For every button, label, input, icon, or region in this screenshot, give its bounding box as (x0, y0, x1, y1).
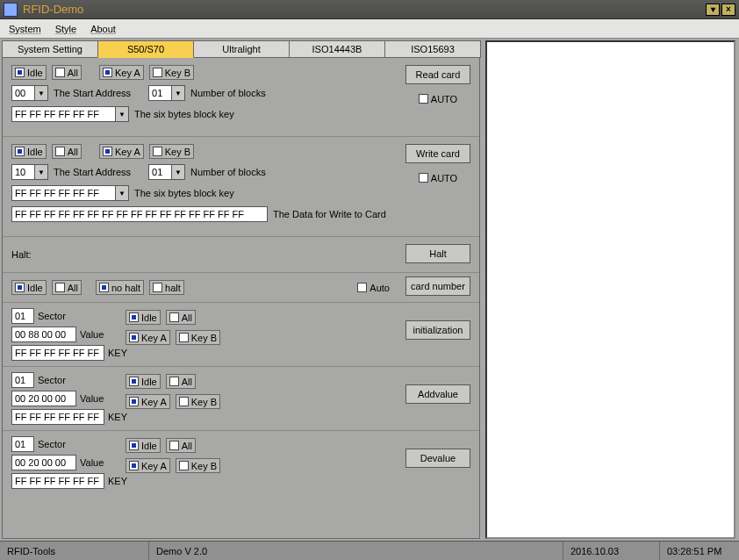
menu-about[interactable]: About (90, 24, 116, 34)
write-key-dropdown[interactable]: ▼ (11, 185, 129, 201)
addvalue-section: Sector Value KEY Idle All Key A Key B Ad… (3, 367, 479, 431)
status-version: Demo V 2.0 (149, 542, 563, 560)
init-section: Sector Value KEY Idle All Key A Key B in… (3, 303, 479, 367)
label-key: KEY (108, 412, 127, 422)
status-date: 2016.10.03 (563, 542, 660, 560)
tab-s50-s70[interactable]: S50/S70 (97, 40, 194, 58)
close-button[interactable]: × (721, 4, 735, 16)
read-radio-idle[interactable]: Idle (11, 65, 47, 80)
read-numblocks[interactable] (148, 85, 171, 101)
read-check-all[interactable]: All (52, 65, 82, 80)
dev-check-keyb[interactable]: Key B (176, 458, 220, 473)
read-numblocks-dropdown[interactable]: ▼ (148, 85, 185, 101)
init-check-all[interactable]: All (166, 310, 196, 325)
read-start-address[interactable] (11, 85, 34, 101)
addv-radio-idle[interactable]: Idle (126, 374, 161, 389)
write-radio-idle[interactable]: Idle (11, 144, 47, 159)
init-key[interactable] (11, 345, 104, 361)
minimize-button[interactable]: ▾ (706, 4, 720, 16)
init-radio-idle[interactable]: Idle (126, 310, 161, 325)
dev-sector[interactable] (11, 436, 34, 452)
devalue-section: Sector Value KEY Idle All Key A Key B De… (3, 431, 479, 494)
addv-sector[interactable] (11, 372, 34, 388)
init-sector[interactable] (11, 308, 34, 324)
cn-radio-idle[interactable]: Idle (11, 280, 47, 295)
read-key-dropdown[interactable]: ▼ (11, 106, 129, 122)
read-auto-check[interactable]: AUTO (417, 91, 459, 106)
label-sector: Sector (38, 439, 66, 449)
write-check-all[interactable]: All (52, 144, 82, 159)
init-check-keyb[interactable]: Key B (176, 330, 220, 345)
read-card-button[interactable]: Read card (405, 65, 470, 84)
dev-value[interactable] (11, 455, 76, 470)
addv-check-all[interactable]: All (166, 374, 196, 389)
dev-radio-keya[interactable]: Key A (126, 458, 170, 473)
label-num-blocks: Number of blocks (190, 167, 266, 177)
cn-auto-check[interactable]: Auto (355, 280, 391, 295)
read-key[interactable] (11, 106, 115, 122)
dropdown-icon[interactable]: ▼ (115, 185, 129, 201)
label-six-bytes: The six bytes block key (134, 109, 234, 119)
cn-check-halt[interactable]: halt (149, 280, 184, 295)
tab-system-setting[interactable]: System Setting (2, 40, 98, 58)
dev-radio-idle[interactable]: Idle (126, 438, 161, 453)
write-start-address-dropdown[interactable]: ▼ (11, 164, 48, 180)
label-value: Value (80, 457, 104, 468)
titlebar: RFID-Demo ▾ × (0, 0, 739, 19)
halt-section: Halt: Halt (3, 237, 479, 273)
read-section: Idle All Key A Key B ▼ The Start Address… (3, 58, 479, 137)
devalue-button[interactable]: Devalue (405, 449, 470, 468)
write-key[interactable] (11, 185, 115, 201)
dev-key[interactable] (11, 473, 104, 489)
init-radio-keya[interactable]: Key A (126, 330, 170, 345)
write-section: Idle All Key A Key B ▼ The Start Address… (3, 137, 479, 237)
label-halt: Halt: (11, 249, 32, 260)
cn-radio-nohalt[interactable]: no halt (96, 280, 144, 295)
dropdown-icon[interactable]: ▼ (34, 164, 48, 180)
tab-iso15693[interactable]: ISO15693 (384, 40, 481, 58)
addv-key[interactable] (11, 409, 104, 425)
label-sector: Sector (38, 311, 66, 321)
status-tool: RFID-Tools (0, 542, 149, 560)
label-start-address: The Start Address (54, 167, 131, 177)
initialization-button[interactable]: initialization (405, 320, 470, 340)
init-value[interactable] (11, 327, 76, 342)
label-six-bytes: The six bytes block key (134, 188, 234, 198)
write-auto-check[interactable]: AUTO (417, 170, 459, 185)
write-numblocks[interactable] (148, 164, 171, 180)
addv-radio-keya[interactable]: Key A (126, 394, 170, 409)
label-value: Value (80, 393, 104, 404)
card-number-button[interactable]: card number (405, 276, 470, 296)
read-start-address-dropdown[interactable]: ▼ (11, 85, 48, 101)
menu-system[interactable]: System (9, 24, 41, 34)
write-radio-keya[interactable]: Key A (99, 144, 144, 159)
label-write-data: The Data for Write to Card (273, 209, 386, 219)
write-numblocks-dropdown[interactable]: ▼ (148, 164, 185, 180)
write-start-address[interactable] (11, 164, 34, 180)
write-card-button[interactable]: Write card (405, 144, 470, 163)
dropdown-icon[interactable]: ▼ (115, 106, 129, 122)
read-check-keyb[interactable]: Key B (149, 65, 194, 80)
tab-iso14443b[interactable]: ISO14443B (289, 40, 385, 58)
dev-check-all[interactable]: All (166, 438, 196, 453)
read-radio-keya[interactable]: Key A (99, 65, 144, 80)
addv-value[interactable] (11, 391, 76, 406)
cn-check-all[interactable]: All (52, 280, 82, 295)
write-check-keyb[interactable]: Key B (149, 144, 194, 159)
dropdown-icon[interactable]: ▼ (171, 164, 185, 180)
cardnum-section: Idle All no halt halt Auto card number (3, 273, 479, 303)
write-data[interactable] (11, 206, 268, 222)
app-icon (4, 3, 18, 17)
log-panel[interactable] (485, 40, 735, 539)
menu-style[interactable]: Style (55, 24, 76, 34)
dropdown-icon[interactable]: ▼ (171, 85, 185, 101)
halt-button[interactable]: Halt (405, 244, 470, 263)
dropdown-icon[interactable]: ▼ (34, 85, 48, 101)
label-sector: Sector (38, 375, 66, 385)
label-key: KEY (108, 476, 127, 486)
tab-ultralight[interactable]: Ultralight (193, 40, 290, 58)
addvalue-button[interactable]: Addvalue (405, 384, 470, 404)
menubar: System Style About (0, 19, 739, 39)
addv-check-keyb[interactable]: Key B (176, 394, 220, 409)
label-key: KEY (108, 348, 127, 358)
